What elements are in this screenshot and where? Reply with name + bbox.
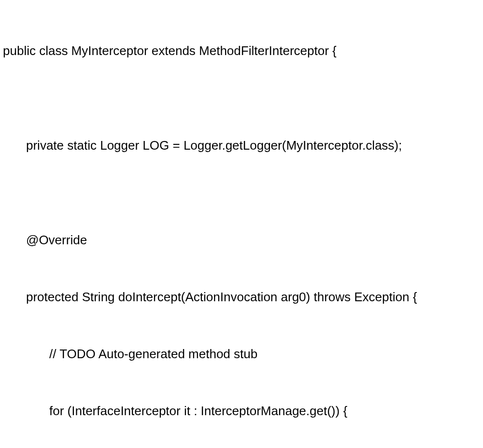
code-line: // TODO Auto-generated method stub — [0, 345, 483, 364]
code-line: @Override — [0, 231, 483, 250]
code-line: protected String doIntercept(ActionInvoc… — [0, 288, 483, 307]
code-line: public class MyInterceptor extends Metho… — [0, 42, 483, 61]
code-line: private static Logger LOG = Logger.getLo… — [0, 136, 483, 155]
code-line: for (InterfaceInterceptor it : Intercept… — [0, 402, 483, 421]
code-block: public class MyInterceptor extends Metho… — [0, 4, 483, 448]
